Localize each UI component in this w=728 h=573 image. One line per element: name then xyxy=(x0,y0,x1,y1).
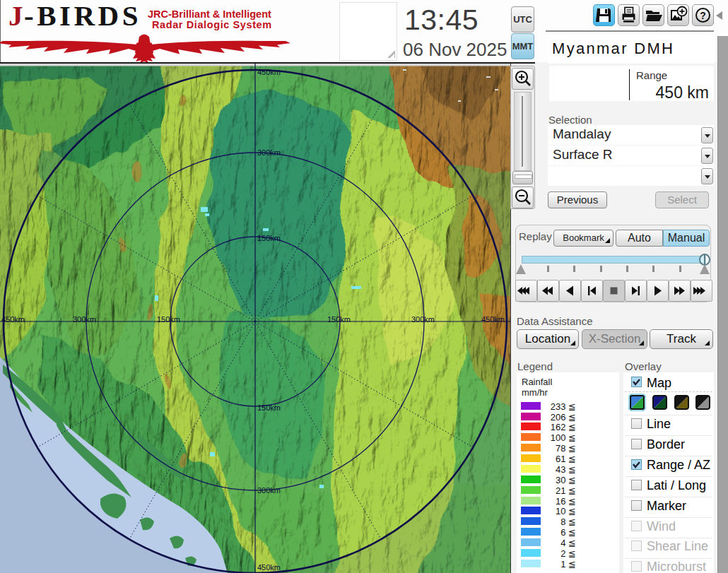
svg-text:300km: 300km xyxy=(73,315,96,324)
svg-text:300km: 300km xyxy=(257,148,281,157)
svg-text:300km: 300km xyxy=(411,315,435,324)
svg-text:Radar Dialogic System: Radar Dialogic System xyxy=(152,19,272,30)
svg-text:450km: 450km xyxy=(257,563,281,572)
svg-text:?: ? xyxy=(700,10,706,21)
svg-text:150km: 150km xyxy=(327,315,351,324)
svg-text:450km: 450km xyxy=(257,68,281,76)
svg-text:450km: 450km xyxy=(1,315,25,324)
svg-text:300km: 300km xyxy=(257,486,281,495)
svg-text:150km: 150km xyxy=(257,403,281,412)
svg-text:-BIRDS: -BIRDS xyxy=(24,0,141,32)
svg-text:JRC-Brilliant & Intelligent: JRC-Brilliant & Intelligent xyxy=(148,8,271,20)
svg-text:150km: 150km xyxy=(257,234,281,242)
svg-text:150km: 150km xyxy=(157,315,180,324)
svg-text:450km: 450km xyxy=(481,315,505,324)
